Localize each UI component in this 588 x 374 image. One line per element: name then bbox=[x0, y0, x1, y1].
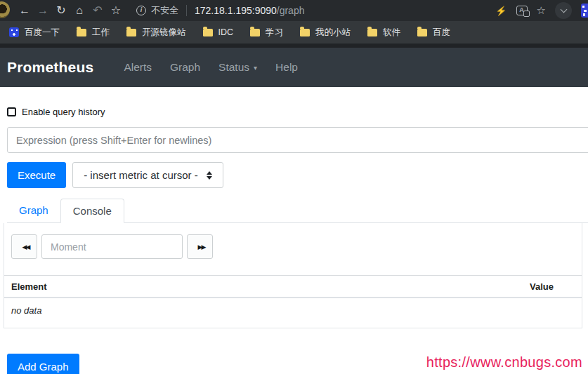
nav-link-label: Help bbox=[275, 61, 298, 74]
enable-query-history-checkbox[interactable] bbox=[7, 107, 16, 116]
bookmark-folder-mysite[interactable]: 我的小站 bbox=[292, 23, 359, 41]
bookmark-label: 开源镜像站 bbox=[142, 27, 186, 39]
folder-icon bbox=[203, 29, 213, 36]
profile-avatar[interactable] bbox=[0, 1, 10, 18]
insert-metric-label: - insert metric at cursor - bbox=[84, 169, 198, 181]
bookmark-folder-idc[interactable]: IDC bbox=[195, 23, 242, 41]
nav-link-label: Status bbox=[218, 61, 249, 74]
main-content: Enable query history Execute - insert me… bbox=[0, 107, 588, 374]
reload-icon[interactable]: ↻ bbox=[52, 0, 70, 21]
undo-icon[interactable]: ↶ bbox=[89, 0, 107, 21]
folder-icon bbox=[417, 29, 427, 36]
toolbar-chevron[interactable] bbox=[555, 2, 572, 19]
folder-icon bbox=[367, 29, 377, 36]
bookmark-baidu-link[interactable]: 百度一下 bbox=[1, 23, 68, 41]
prometheus-navbar: Prometheus Alerts Graph Status▾ Help bbox=[0, 48, 588, 87]
console-controls: ◀◀ ▶▶ bbox=[4, 234, 582, 259]
folder-icon bbox=[250, 29, 260, 36]
insert-metric-dropdown[interactable]: - insert metric at cursor - bbox=[72, 162, 223, 188]
nav-link-label: Alerts bbox=[124, 61, 152, 74]
no-data-text: no data bbox=[4, 298, 582, 317]
console-panel: ◀◀ ▶▶ Element Value no data bbox=[4, 223, 582, 328]
security-label: 不安全 bbox=[151, 4, 178, 17]
folder-icon bbox=[77, 29, 86, 36]
bookmarks-bar: 百度一下 工作 开源镜像站 IDC 学习 我的小站 软件 百度 bbox=[0, 21, 588, 44]
value-column-header: Value bbox=[530, 281, 554, 292]
address-bar[interactable]: 172.18.1.195:9090/graph bbox=[195, 5, 304, 16]
chevron-down-icon bbox=[560, 6, 567, 13]
baidu-favicon-icon bbox=[9, 27, 19, 37]
moment-forward-button[interactable]: ▶▶ bbox=[187, 234, 213, 259]
extension-icon[interactable] bbox=[581, 4, 588, 18]
nav-link-graph[interactable]: Graph bbox=[161, 55, 209, 79]
url-path: /graph bbox=[277, 5, 305, 16]
browser-toolbar: ← → ↻ ⌂ ↶ ☆ i 不安全 172.18.1.195:9090/grap… bbox=[0, 0, 588, 21]
execute-row: Execute - insert metric at cursor - bbox=[7, 162, 588, 188]
prometheus-brand[interactable]: Prometheus bbox=[7, 59, 93, 76]
console-table-header: Element Value bbox=[4, 276, 582, 298]
moment-back-button[interactable]: ◀◀ bbox=[11, 234, 37, 259]
watermark-url: https://www.cnbugs.com bbox=[426, 354, 582, 370]
query-history-row: Enable query history bbox=[7, 107, 588, 117]
info-icon[interactable]: i bbox=[136, 6, 146, 15]
bookmark-label: 学习 bbox=[266, 27, 283, 39]
tab-graph[interactable]: Graph bbox=[7, 199, 60, 222]
bookmark-label: 工作 bbox=[92, 27, 110, 39]
bookmark-label: 百度 bbox=[433, 27, 450, 39]
nav-link-label: Graph bbox=[170, 61, 200, 74]
nav-link-status[interactable]: Status▾ bbox=[209, 55, 266, 79]
site-security[interactable]: i 不安全 bbox=[136, 4, 178, 17]
bookmark-folder-study[interactable]: 学习 bbox=[242, 23, 292, 41]
element-column-header: Element bbox=[11, 281, 47, 292]
bookmark-folder-work[interactable]: 工作 bbox=[68, 23, 118, 41]
forward-icon[interactable]: → bbox=[34, 0, 52, 21]
moment-input[interactable] bbox=[41, 234, 183, 259]
url-separator bbox=[186, 5, 187, 16]
query-history-label: Enable query history bbox=[22, 107, 105, 117]
caret-down-icon: ▾ bbox=[254, 64, 257, 72]
page-star-icon[interactable]: ☆ bbox=[537, 4, 546, 17]
execute-button[interactable]: Execute bbox=[7, 162, 66, 188]
tab-console[interactable]: Console bbox=[60, 199, 124, 223]
console-table: Element Value no data bbox=[4, 275, 582, 317]
add-graph-button[interactable]: Add Graph bbox=[7, 354, 79, 374]
graph-console-tabs: Graph Console bbox=[7, 199, 588, 223]
bookmark-label: 软件 bbox=[383, 27, 400, 39]
translate-icon[interactable]: A bbox=[516, 6, 528, 15]
nav-link-help[interactable]: Help bbox=[266, 55, 307, 79]
url-host: 172.18.1.195:9090 bbox=[195, 5, 277, 16]
expression-input[interactable] bbox=[7, 127, 588, 153]
home-icon[interactable]: ⌂ bbox=[70, 0, 89, 21]
bookmark-label: 我的小站 bbox=[315, 27, 351, 39]
bookmark-label: 百度一下 bbox=[25, 27, 60, 39]
select-arrows-icon bbox=[207, 171, 212, 180]
nav-link-alerts[interactable]: Alerts bbox=[115, 55, 161, 79]
bookmark-folder-baidu[interactable]: 百度 bbox=[409, 23, 459, 41]
back-icon[interactable]: ← bbox=[15, 0, 34, 21]
bookmark-folder-software[interactable]: 软件 bbox=[359, 23, 409, 41]
folder-icon bbox=[300, 29, 310, 36]
folder-icon bbox=[126, 29, 136, 36]
bookmark-label: IDC bbox=[218, 27, 234, 37]
lightning-icon[interactable]: ⚡ bbox=[495, 6, 507, 16]
toolbar-right-icons: ⚡ A ☆ bbox=[495, 2, 588, 19]
bookmark-folder-mirrors[interactable]: 开源镜像站 bbox=[118, 23, 195, 41]
bookmark-star-icon[interactable]: ☆ bbox=[107, 0, 125, 21]
